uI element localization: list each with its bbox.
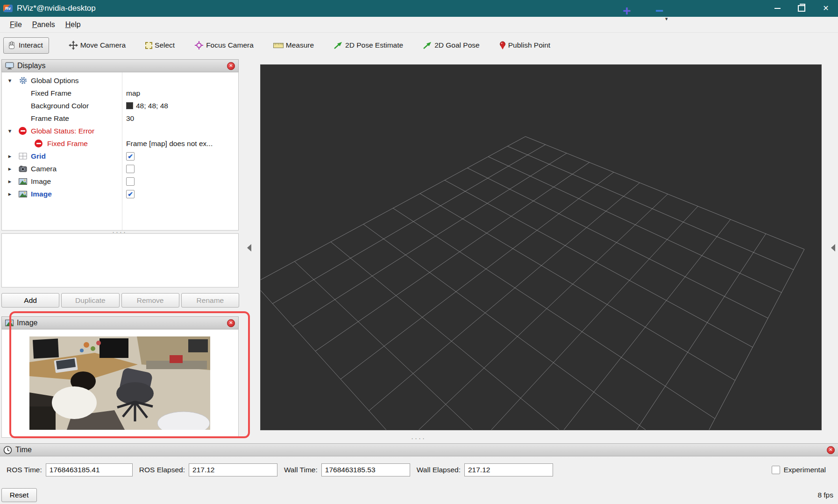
- image-icon: [19, 191, 27, 197]
- image-icon: [19, 178, 27, 185]
- row-checkbox[interactable]: ✔: [126, 152, 135, 161]
- duplicate-button[interactable]: Duplicate: [61, 293, 119, 308]
- row-label: Global Options: [31, 77, 79, 85]
- ros-elapsed-input[interactable]: [189, 463, 277, 476]
- status-row: Reset 8 fps: [0, 486, 838, 504]
- image-panel-body: [1, 329, 239, 438]
- displays-monitor-icon: [5, 62, 14, 70]
- tree-row-image-2[interactable]: ▸ Image ✔: [2, 188, 238, 200]
- checkbox-checked-icon[interactable]: ✔: [126, 152, 135, 161]
- expander-right-icon[interactable]: ▸: [7, 153, 13, 160]
- expander-right-icon[interactable]: ▸: [7, 190, 13, 197]
- tree-row-image-1[interactable]: ▸ Image: [2, 175, 238, 188]
- tree-row-background-color[interactable]: Background Color 48; 48; 48: [2, 99, 238, 112]
- row-label: Camera: [31, 165, 57, 173]
- camera-image-content: [29, 336, 210, 430]
- tool-focus-camera[interactable]: Focus Camera: [194, 41, 254, 50]
- tool-measure-label: Measure: [286, 41, 314, 49]
- tool-2d-pose-estimate[interactable]: 2D Pose Estimate: [334, 41, 403, 49]
- add-button[interactable]: Add: [1, 293, 59, 308]
- row-value[interactable]: map: [126, 89, 140, 98]
- expander-right-icon[interactable]: ▸: [7, 178, 13, 185]
- restore-icon: [798, 5, 805, 12]
- tool-interact-label: Interact: [19, 41, 43, 49]
- tree-row-frame-rate[interactable]: Frame Rate 30: [2, 112, 238, 125]
- select-icon: [145, 42, 152, 49]
- row-label: Global Status: Error: [31, 127, 94, 135]
- close-icon: ✕: [823, 5, 829, 12]
- row-label: Background Color: [31, 102, 89, 110]
- tool-measure[interactable]: Measure: [273, 41, 314, 49]
- display-buttons-row: Add Duplicate Remove Rename: [1, 293, 239, 308]
- restore-button[interactable]: [789, 0, 814, 17]
- expander-down-icon[interactable]: ▾: [7, 127, 13, 134]
- error-icon: [35, 140, 43, 147]
- tree-row-camera[interactable]: ▸ Camera: [2, 162, 238, 175]
- tool-2d-goal-pose[interactable]: 2D Goal Pose: [423, 41, 480, 49]
- time-fields-row: ROS Time: ROS Elapsed: Wall Time: Wall E…: [0, 461, 838, 479]
- checkbox-unchecked-icon[interactable]: [126, 177, 135, 186]
- displays-panel: Displays ✕ ▾ Global Options Fixed Frame …: [1, 59, 239, 231]
- row-value[interactable]: 48; 48; 48: [126, 102, 168, 110]
- checkbox-unchecked-icon[interactable]: [126, 165, 135, 173]
- ros-time-input[interactable]: [46, 463, 133, 476]
- tree-row-fixed-frame[interactable]: Fixed Frame map: [2, 87, 238, 99]
- ground-grid: [261, 65, 821, 430]
- tool-publish-point-label: Publish Point: [508, 41, 550, 49]
- displays-panel-header[interactable]: Displays ✕: [1, 59, 239, 72]
- add-tool-button[interactable]: +: [618, 3, 636, 19]
- minimize-button[interactable]: [765, 0, 789, 17]
- reset-button[interactable]: Reset: [1, 488, 37, 502]
- move-camera-icon: [69, 41, 78, 50]
- wall-time-label: Wall Time:: [284, 466, 318, 474]
- tool-dropdown-caret-icon[interactable]: ▾: [665, 16, 668, 22]
- row-label: Grid: [31, 152, 46, 161]
- measure-ruler-icon: [273, 42, 284, 49]
- color-value-text: 48; 48; 48: [136, 102, 168, 110]
- tool-interact[interactable]: Interact: [3, 37, 49, 54]
- menu-panels[interactable]: Panels: [27, 19, 60, 31]
- wall-time-input[interactable]: [321, 463, 410, 476]
- wall-elapsed-input[interactable]: [464, 463, 553, 476]
- view-splitter-handle[interactable]: ····: [411, 437, 426, 440]
- row-checkbox[interactable]: [126, 177, 135, 186]
- image-panel-header[interactable]: Image ✕: [1, 316, 239, 329]
- experimental-checkbox-group[interactable]: Experimental: [772, 466, 826, 474]
- image-panel: Image ✕: [1, 316, 239, 438]
- tree-row-grid[interactable]: ▸ Grid ✔: [2, 150, 238, 162]
- time-panel-header[interactable]: Time ✕: [0, 443, 838, 456]
- tool-move-camera[interactable]: Move Camera: [69, 41, 126, 50]
- camera-image: [29, 336, 210, 430]
- close-button[interactable]: ✕: [814, 0, 838, 17]
- rename-button[interactable]: Rename: [181, 293, 239, 308]
- left-panel-collapse-arrow-icon[interactable]: [247, 244, 251, 252]
- tool-2d-goal-pose-label: 2D Goal Pose: [434, 41, 480, 49]
- row-value[interactable]: 30: [126, 114, 134, 123]
- menu-help[interactable]: Help: [60, 19, 86, 31]
- tree-row-global-status[interactable]: ▾ Global Status: Error: [2, 125, 238, 137]
- checkbox-checked-icon[interactable]: ✔: [126, 190, 135, 198]
- tool-2d-pose-estimate-label: 2D Pose Estimate: [345, 41, 403, 49]
- displays-close-button[interactable]: ✕: [227, 62, 235, 70]
- expander-down-icon[interactable]: ▾: [7, 77, 13, 84]
- gear-icon: [19, 76, 28, 85]
- time-panel-close-button[interactable]: ✕: [827, 446, 835, 454]
- expander-right-icon[interactable]: ▸: [7, 165, 13, 172]
- image-panel-close-button[interactable]: ✕: [227, 319, 235, 327]
- experimental-checkbox[interactable]: [772, 466, 780, 474]
- selection-panel[interactable]: [1, 233, 239, 287]
- right-panel-collapse-arrow-icon[interactable]: [831, 244, 835, 252]
- title-bar[interactable]: Rv RViz*@nvidia-desktop ✕: [0, 0, 838, 17]
- remove-button[interactable]: Remove: [121, 293, 179, 308]
- row-checkbox[interactable]: [126, 165, 135, 173]
- row-checkbox[interactable]: ✔: [126, 190, 135, 198]
- pose-estimate-arrow-icon: [334, 42, 343, 49]
- tool-select[interactable]: Select: [145, 41, 175, 49]
- menu-file[interactable]: File: [5, 19, 27, 31]
- 3d-viewport[interactable]: [260, 64, 822, 430]
- app-icon: Rv: [3, 5, 13, 12]
- tree-row-status-fixed-frame[interactable]: Fixed Frame Frame [map] does not ex...: [2, 137, 238, 150]
- tool-publish-point[interactable]: Publish Point: [499, 41, 550, 50]
- tree-row-global-options[interactable]: ▾ Global Options: [2, 74, 238, 87]
- row-label: Fixed Frame: [47, 140, 88, 148]
